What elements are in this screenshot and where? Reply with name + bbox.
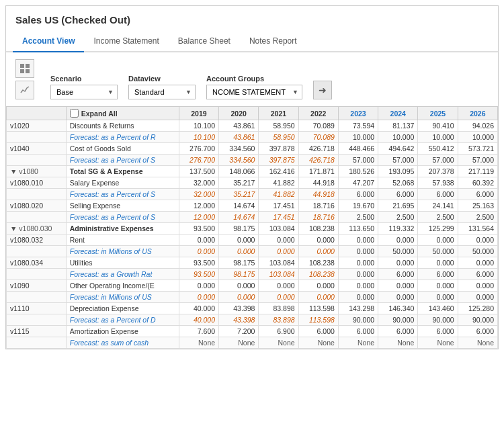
- value-cell: 426.718: [298, 143, 338, 155]
- value-cell: 6.900: [259, 326, 298, 337]
- value-cell: 108.238: [298, 257, 338, 269]
- value-cell: 0.000: [179, 280, 218, 292]
- value-cell: 0.000: [338, 234, 378, 246]
- scenario-label: Scenario: [50, 75, 118, 83]
- collapse-icon[interactable]: ▼ v1080.030: [10, 224, 52, 232]
- value-cell: 0.000: [458, 280, 497, 292]
- forecast-value-cell: 57.000: [458, 155, 497, 166]
- forecast-value-cell: 50.000: [378, 246, 418, 257]
- forecast-label-cell[interactable]: Forecast: in Millions of US: [66, 246, 179, 257]
- forecast-label-cell[interactable]: Forecast: as sum of cash: [66, 337, 179, 349]
- value-cell: 137.500: [179, 166, 218, 177]
- account-groups-select[interactable]: NCOME STATEMENT: [206, 85, 302, 99]
- collapse-icon[interactable]: ▼ v1080: [10, 167, 38, 175]
- forecast-value-cell: 2.500: [458, 212, 497, 223]
- forecast-value-cell: 0.000: [179, 292, 218, 303]
- forecast-row: Forecast: as a Percent of S12.00014.6741…: [7, 212, 498, 223]
- forecast-label-cell[interactable]: Forecast: as a Percent of S: [66, 212, 179, 223]
- forecast-value-cell: 108.238: [298, 269, 338, 280]
- forecast-label-cell[interactable]: Forecast: as a Percent of S: [66, 189, 179, 200]
- forecast-id-cell: [7, 337, 67, 349]
- forecast-value-cell: 12.000: [179, 212, 218, 223]
- forecast-value-cell: 70.089: [298, 132, 338, 143]
- account-name-cell: Other Operating Income/(E: [66, 280, 179, 292]
- tab-notes-report[interactable]: Notes Report: [240, 31, 306, 52]
- tab-account-view[interactable]: Account View: [13, 31, 84, 52]
- value-cell: 6.000: [338, 326, 378, 337]
- col-header-2022: 2022: [298, 107, 338, 120]
- forecast-value-cell: 83.898: [259, 314, 298, 326]
- forecast-label-cell[interactable]: Forecast: in Millions of US: [66, 292, 179, 303]
- value-cell: 70.089: [298, 120, 338, 132]
- value-cell: 113.650: [338, 223, 378, 234]
- forecast-value-cell: 0.000: [338, 269, 378, 280]
- forecast-value-cell: 6.000: [378, 189, 418, 200]
- account-id-cell: ▼ v1080.030: [7, 223, 67, 234]
- table-row: ▼ v1080Total SG & A Expense137.500148.06…: [7, 166, 498, 177]
- forecast-value-cell: 103.084: [259, 269, 298, 280]
- chart-icon[interactable]: [15, 81, 34, 99]
- forecast-value-cell: None: [219, 337, 259, 349]
- value-cell: 0.000: [418, 257, 458, 269]
- value-cell: 73.594: [338, 120, 378, 132]
- col-header-2021: 2021: [259, 107, 298, 120]
- account-id-cell: ▼ v1080: [7, 166, 67, 177]
- forecast-label-cell[interactable]: Forecast: as a Percent of S: [66, 155, 179, 166]
- forecast-row: Forecast: in Millions of US0.0000.0000.0…: [7, 292, 498, 303]
- navigate-arrow-button[interactable]: ➜: [313, 81, 332, 99]
- controls-row: Scenario Base ▼ Dataview Standard ▼ Acco…: [6, 52, 498, 106]
- forecast-value-cell: 6.000: [338, 189, 378, 200]
- tab-income-statement[interactable]: Income Statement: [84, 31, 168, 52]
- value-cell: 18.716: [298, 200, 338, 212]
- forecast-label-cell[interactable]: Forecast: as a Percent of R: [66, 132, 179, 143]
- table-row: v1080.010Salary Expense32.00035.21741.88…: [7, 177, 498, 189]
- value-cell: 103.084: [259, 257, 298, 269]
- forecast-value-cell: 90.000: [338, 314, 378, 326]
- value-cell: 0.000: [298, 234, 338, 246]
- expand-all-checkbox[interactable]: [70, 109, 79, 118]
- forecast-value-cell: 41.882: [259, 189, 298, 200]
- value-cell: 0.000: [179, 234, 218, 246]
- data-table-container: Expand All 2019 2020 2021 2022 2023 2024…: [6, 106, 498, 349]
- scenario-select[interactable]: Base: [50, 85, 118, 99]
- value-cell: 17.451: [259, 200, 298, 212]
- value-cell: 573.721: [458, 143, 497, 155]
- account-table: Expand All 2019 2020 2021 2022 2023 2024…: [6, 106, 498, 349]
- value-cell: 90.410: [418, 120, 458, 132]
- forecast-value-cell: 90.000: [418, 314, 458, 326]
- forecast-row: Forecast: as a Percent of R10.10043.8615…: [7, 132, 498, 143]
- forecast-row: Forecast: as a Percent of D40.00043.3988…: [7, 314, 498, 326]
- account-name-cell: Total SG & A Expense: [66, 166, 179, 177]
- value-cell: 119.332: [378, 223, 418, 234]
- value-cell: 60.392: [458, 177, 497, 189]
- value-cell: 6.000: [298, 326, 338, 337]
- grid-view-icon[interactable]: [15, 59, 34, 78]
- table-row: v1080.034Utilities93.50098.175103.084108…: [7, 257, 498, 269]
- forecast-value-cell: None: [378, 337, 418, 349]
- value-cell: 494.642: [378, 143, 418, 155]
- svg-rect-1: [26, 64, 30, 68]
- forecast-value-cell: 0.000: [298, 246, 338, 257]
- account-id-cell: v1110: [7, 303, 67, 314]
- value-cell: 43.398: [219, 303, 259, 314]
- account-id-cell: v1040: [7, 143, 67, 155]
- account-id-cell: v1080.010: [7, 177, 67, 189]
- forecast-value-cell: 10.000: [458, 132, 497, 143]
- tab-balance-sheet[interactable]: Balance Sheet: [169, 31, 240, 52]
- value-cell: 0.000: [378, 257, 418, 269]
- forecast-value-cell: 0.000: [219, 246, 259, 257]
- forecast-label-cell[interactable]: Forecast: as a Percent of D: [66, 314, 179, 326]
- account-name-cell: Cost of Goods Sold: [66, 143, 179, 155]
- value-cell: 0.000: [458, 234, 497, 246]
- value-cell: 24.141: [418, 200, 458, 212]
- value-cell: 0.000: [458, 257, 497, 269]
- account-id-cell: v1080.034: [7, 257, 67, 269]
- tab-bar: Account View Income Statement Balance Sh…: [6, 31, 498, 52]
- table-row: ▼ v1080.030Administrative Expenses93.500…: [7, 223, 498, 234]
- value-cell: 81.137: [378, 120, 418, 132]
- scenario-control: Scenario Base ▼: [50, 75, 118, 99]
- dataview-select[interactable]: Standard: [128, 85, 196, 99]
- forecast-value-cell: 6.000: [418, 269, 458, 280]
- forecast-label-cell[interactable]: Forecast: as a Growth Rat: [66, 269, 179, 280]
- page-title: Sales US (Checked Out): [6, 6, 498, 31]
